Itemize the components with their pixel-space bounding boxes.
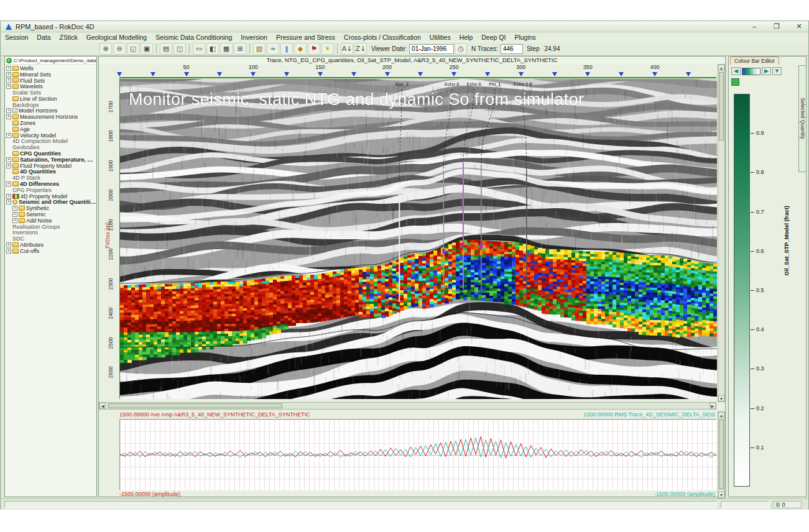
viewer-date-input[interactable] <box>409 44 454 54</box>
tree-item-4d-differences[interactable]: +4D Differences <box>5 181 96 187</box>
tree-expander-icon[interactable]: + <box>6 108 11 113</box>
tree-item-age[interactable]: Age <box>5 126 96 132</box>
amplitude-canvas[interactable] <box>120 420 717 490</box>
checkbox-checked-icon[interactable]: ✓ <box>12 108 17 113</box>
tree-expander-icon[interactable]: + <box>6 157 11 162</box>
tree-item-velocity-model[interactable]: +Velocity Model <box>5 132 96 139</box>
menu-item-geological-modelling[interactable]: Geological Modelling <box>82 34 151 42</box>
tree-item-attributes[interactable]: +Attributes <box>5 242 96 248</box>
minimize-button[interactable]: – <box>747 22 761 31</box>
zoom-out-icon[interactable]: ⊖ <box>113 43 126 55</box>
tree-item-fluid-sets[interactable]: +Fluid Sets <box>5 78 96 84</box>
chart-scroll-up-icon[interactable]: ▲ <box>718 412 724 418</box>
tree-expander-icon[interactable]: + <box>6 114 11 119</box>
tree-item-inversions[interactable]: Inversions <box>5 230 96 236</box>
chart-scroll-down-icon[interactable]: ▼ <box>718 492 724 498</box>
tree-item-backdrops[interactable]: Backdrops <box>5 102 96 108</box>
sort-az-icon[interactable]: A↓ <box>341 43 353 55</box>
tree-expander-icon[interactable]: + <box>6 66 11 71</box>
colourbar-prev-icon[interactable]: ◀ <box>731 67 741 75</box>
scroll-up-icon[interactable]: ▲ <box>718 65 724 71</box>
menu-item-session[interactable]: Session <box>1 34 32 42</box>
tree-item-4d-quantities[interactable]: 4D Quantities <box>5 169 96 175</box>
tree-expander-icon[interactable]: + <box>12 218 17 223</box>
scroll-left-icon[interactable]: ◀ <box>99 403 106 409</box>
tree-item-cpg-properties[interactable]: CPG Properties <box>5 187 96 193</box>
seismic-canvas[interactable] <box>120 79 717 399</box>
axes-icon[interactable]: ⊞ <box>234 43 246 55</box>
tree-item-realisation-groups[interactable]: Realisation Groups <box>5 224 96 230</box>
tree-item-line-of-section[interactable]: Line of Section <box>5 96 96 102</box>
n-traces-input[interactable] <box>501 44 523 54</box>
sort-za-icon[interactable]: Z↓ <box>354 43 367 55</box>
scroll-right-icon[interactable]: ▶ <box>710 403 716 409</box>
amplitude-chart[interactable] <box>119 419 716 490</box>
zoom-in-icon[interactable]: ⊕ <box>99 43 112 55</box>
tree-item-wavelets[interactable]: +Wavelets <box>5 83 96 89</box>
tree-expander-icon[interactable]: + <box>12 206 17 211</box>
tree-expander-icon[interactable]: + <box>6 84 11 89</box>
colour-swatch[interactable] <box>731 78 739 86</box>
selected-quantity-tab[interactable]: Selected Quantity <box>798 65 807 172</box>
menu-item-plugins[interactable]: Plugins <box>510 34 540 42</box>
menu-item-utilities[interactable]: Utilities <box>425 34 455 42</box>
layout-single-icon[interactable]: ▭ <box>193 43 205 55</box>
tree-item-4d-property-model[interactable]: +4D Property Model <box>5 193 96 200</box>
tree-expander-icon[interactable]: + <box>6 249 11 254</box>
colourbar-next-icon[interactable]: ▶ <box>762 67 771 75</box>
chart-vscrollbar[interactable]: ▲ ▼ <box>718 411 725 498</box>
backdrop-icon[interactable]: ▧ <box>253 43 266 55</box>
seismic-vscrollbar[interactable]: ▲ ▼ <box>718 64 725 402</box>
tree-item-sdc[interactable]: SDC <box>5 236 96 242</box>
seismic-view[interactable]: Monitor seismic, static NTG and dynamic … <box>119 79 716 399</box>
layout-split-icon[interactable]: ◧ <box>206 43 219 55</box>
save-view-icon[interactable]: ▤ <box>160 43 172 55</box>
tree-item-geobodies[interactable]: Geobodies <box>5 144 96 150</box>
horizons-icon[interactable]: ≈ <box>267 43 279 55</box>
tree-item-fluid-property-model[interactable]: +Fluid Property Model <box>5 163 96 169</box>
tree-item-seismic[interactable]: +Seismic <box>5 211 96 218</box>
maximize-button[interactable]: ❐ <box>770 22 784 31</box>
tree-expander-icon[interactable]: + <box>6 194 11 199</box>
scroll-down-icon[interactable]: ▼ <box>718 395 724 401</box>
chart-vscroll-thumb[interactable] <box>719 420 724 489</box>
tree-item-saturation-temperature-pres[interactable]: +Saturation, Temperature, & Pres <box>5 157 96 163</box>
menu-item-deep-qi[interactable]: Deep QI <box>477 34 510 42</box>
close-button[interactable]: ✕ <box>792 22 806 31</box>
tree-item-mineral-sets[interactable]: +Mineral Sets <box>5 71 96 78</box>
menu-item-help[interactable]: Help <box>455 34 478 42</box>
tree-item-model-horizons[interactable]: +✓Model Horizons <box>5 108 96 114</box>
menu-item-zstick[interactable]: ZStick <box>55 34 82 42</box>
vscroll-thumb[interactable] <box>719 72 724 140</box>
tree-expander-icon[interactable]: + <box>6 133 11 138</box>
tree-expander-icon[interactable]: + <box>6 163 11 168</box>
tree-item-seismic-and-other-quantities[interactable]: +Seismic and Other Quantities <box>5 200 96 206</box>
tree-item-scalar-sets[interactable]: Scalar Sets <box>5 89 96 96</box>
tree-item-add-noise[interactable]: +Add Noise <box>5 218 96 224</box>
copy-view-icon[interactable]: ◫ <box>173 43 186 55</box>
tree-item-synthetic[interactable]: +Synthetic <box>5 205 96 211</box>
tree-item-wells[interactable]: +Wells <box>5 65 96 71</box>
tree-expander-icon[interactable]: + <box>6 78 11 83</box>
light-icon[interactable]: ☀ <box>321 43 334 55</box>
quantity-display-icon[interactable]: ◆ <box>294 43 307 55</box>
seismic-hscrollbar[interactable]: ◀ ▶ <box>99 402 716 410</box>
zoom-area-icon[interactable]: ◱ <box>127 43 139 55</box>
tree-expander-icon[interactable]: + <box>6 200 11 204</box>
menu-item-cross-plots-classification[interactable]: Cross-plots / Classification <box>340 34 425 42</box>
tree-item-4d-p-stack[interactable]: 4D P Stack <box>5 175 96 181</box>
tree-item-measurement-horizons[interactable]: +Measurement Horizons <box>5 114 96 120</box>
grid-view-icon[interactable]: ▦ <box>220 43 233 55</box>
clock-icon[interactable]: ◷ <box>455 43 467 55</box>
colour-bar-editor-tab[interactable]: Colour Bar Editor <box>730 57 779 65</box>
tree-expander-icon[interactable]: + <box>6 242 11 247</box>
tree-expander-icon[interactable]: + <box>12 212 17 217</box>
menu-item-pressure-and-stress[interactable]: Pressure and Stress <box>272 34 340 42</box>
menu-item-seismic-data-conditioning[interactable]: Seismic Data Conditioning <box>151 34 236 42</box>
hscroll-thumb[interactable] <box>108 403 282 408</box>
tree-item-cut-offs[interactable]: +Cut-offs <box>5 248 96 254</box>
tree-expander-icon[interactable]: + <box>6 181 11 186</box>
menu-item-inversion[interactable]: Inversion <box>236 34 272 42</box>
colourbar-preview[interactable] <box>742 68 760 75</box>
colour-gradient-bar[interactable] <box>734 94 750 487</box>
